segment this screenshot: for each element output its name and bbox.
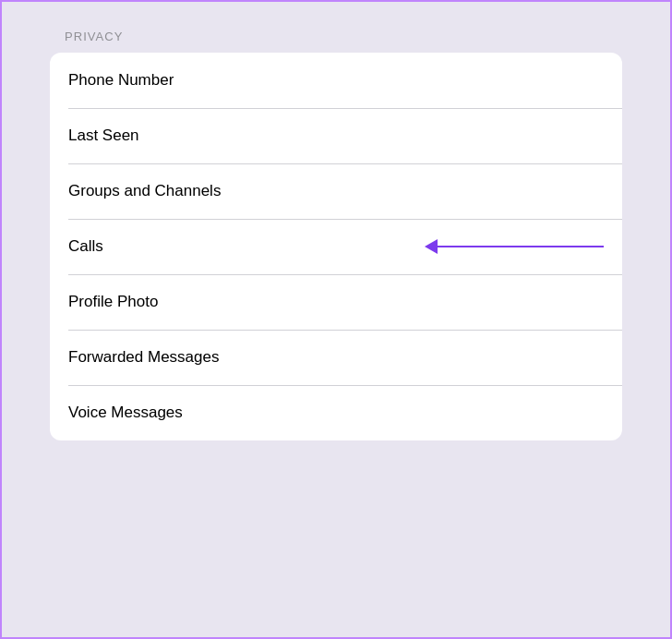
menu-item-label: Profile Photo	[68, 293, 158, 311]
menu-item-last-seen[interactable]: Last Seen	[50, 108, 622, 163]
menu-item-label: Voice Messages	[68, 404, 183, 422]
menu-item-label: Forwarded Messages	[68, 348, 219, 367]
section-header: PRIVACY	[50, 30, 622, 53]
arrow-line	[438, 246, 604, 248]
menu-item-label: Last Seen	[68, 127, 139, 145]
menu-item-label: Phone Number	[68, 71, 174, 90]
menu-item-label: Calls	[68, 237, 103, 256]
menu-item-voice-messages[interactable]: Voice Messages	[50, 385, 622, 440]
menu-item-phone-number[interactable]: Phone Number	[50, 53, 622, 108]
menu-item-calls[interactable]: Calls	[50, 219, 622, 274]
menu-item-groups-and-channels[interactable]: Groups and Channels	[50, 163, 622, 219]
privacy-settings-container: PRIVACY Phone Number Last Seen Groups an…	[50, 30, 622, 440]
arrow-annotation	[426, 239, 604, 254]
menu-card: Phone Number Last Seen Groups and Channe…	[50, 53, 622, 440]
menu-item-forwarded-messages[interactable]: Forwarded Messages	[50, 330, 622, 385]
menu-item-profile-photo[interactable]: Profile Photo	[50, 274, 622, 330]
menu-item-label: Groups and Channels	[68, 182, 221, 200]
arrow-head-icon	[425, 239, 438, 254]
